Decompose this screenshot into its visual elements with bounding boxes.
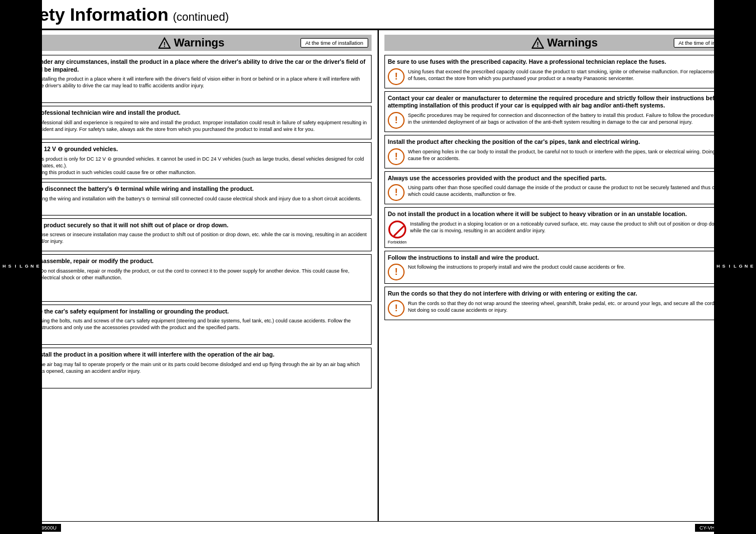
right-block-5-title: Do not install the product in a location… — [388, 210, 741, 218]
warning-triangle-icon-right: ! — [532, 37, 544, 49]
exclaim-icon-r1: ! — [388, 68, 405, 85]
side-tab-left-i: I — [13, 264, 18, 270]
exclaim-icon-r3: ! — [388, 148, 405, 165]
side-tab-right: E N G L I S H — [714, 0, 756, 534]
right-warning-block-3: Install the product after checking the p… — [384, 135, 745, 168]
warning-triangle-icon-left: ! — [158, 37, 171, 49]
page-subtitle: (continued) — [173, 11, 229, 24]
right-block-7-text: Run the cords so that they do not wrap a… — [408, 300, 741, 313]
right-block-3-text: When opening holes in the car body to in… — [408, 148, 741, 162]
right-warning-block-1: Be sure to use fuses with the prescribed… — [384, 55, 745, 88]
exclaim-icon-r7: ! — [388, 300, 405, 317]
right-section-header: ! Warnings At the time of installation — [384, 35, 745, 51]
right-block-3-title: Install the product after checking the p… — [388, 138, 741, 146]
side-tab-right-s: S — [721, 264, 726, 270]
warning-block-4: Be sure to disconnect the battery's ⊖ te… — [11, 182, 372, 216]
block-3-text: This product is only for DC 12 V ⊖ groun… — [35, 156, 368, 176]
left-section-title: Warnings — [174, 36, 224, 49]
block-5-text: Loose screws or insecure installation ma… — [35, 231, 368, 245]
side-tab-right-g: G — [738, 264, 743, 270]
right-block-1-title: Be sure to use fuses with the prescribed… — [388, 58, 741, 66]
right-warning-block-4: Always use the accessories provided with… — [384, 171, 745, 205]
warning-block-8: Do not install the product in a position… — [11, 348, 372, 388]
side-tab-left-n: N — [30, 264, 35, 270]
left-section-header: ! Warnings At the time of installation — [11, 35, 372, 51]
side-tab-left-text: E — [35, 264, 40, 270]
right-block-4-title: Always use the accessories provided with… — [388, 175, 741, 182]
right-block-2-text: Specific procedures may be required for … — [408, 112, 741, 125]
warning-block-2: Have a professional technician wire and … — [11, 106, 372, 139]
right-block-6-title: Follow the instructions to install and w… — [388, 254, 741, 262]
right-block-7-title: Run the cords so that they do not interf… — [388, 290, 741, 298]
right-panel: ! Warnings At the time of installation B… — [379, 30, 747, 521]
block-4-title: Be sure to disconnect the battery's ⊖ te… — [15, 185, 368, 193]
right-warning-block-6: Follow the instructions to install and w… — [384, 251, 745, 284]
side-tab-left-s: S — [7, 264, 12, 270]
exclaim-icon-r4: ! — [388, 184, 405, 201]
side-tab-right-h: H — [716, 264, 721, 270]
svg-text:!: ! — [537, 41, 539, 49]
block-1-text: Installing the product in a place where … — [37, 76, 368, 89]
block-5-title: Install the product securely so that it … — [15, 222, 368, 229]
exclaim-icon-r6: ! — [388, 264, 405, 280]
warning-block-1: Do not, under any circumstances, install… — [11, 55, 372, 103]
side-tab-right-l: L — [732, 264, 738, 270]
right-warning-block-2: Contact your car dealer or manufacturer … — [384, 91, 745, 132]
block-8-text: The air bag may fail to operate properly… — [37, 361, 368, 374]
warning-block-5: Install the product securely so that it … — [11, 218, 372, 252]
side-tab-left: E N G L I S H — [0, 0, 42, 534]
block-7-text: Using the bolts, nuts and screws of the … — [37, 317, 368, 331]
side-tab-left-g: G — [24, 264, 29, 270]
left-installation-badge: At the time of installation — [300, 38, 369, 48]
right-section-title: Warnings — [547, 36, 598, 49]
right-block-1-text: Using fuses that exceed the prescribed c… — [408, 68, 741, 82]
side-tab-left-l: L — [18, 264, 24, 270]
forbidden-label-r5: Forbidden — [388, 240, 407, 245]
block-6-text: Do not disassemble, repair or modify the… — [40, 268, 368, 281]
right-warning-block-5: Do not install the product in a location… — [384, 207, 745, 248]
block-8-title: Do not install the product in a position… — [15, 351, 368, 359]
svg-text:!: ! — [163, 41, 166, 49]
warning-block-3: Use in DC 12 V ⊖ grounded vehicles. ! Th… — [11, 142, 372, 179]
block-2-title: Have a professional technician wire and … — [15, 109, 368, 117]
block-2-text: Professional skill and experience is req… — [35, 119, 368, 133]
block-7-title: Never use the car's safety equipment for… — [15, 308, 368, 316]
side-tab-right-e: E — [749, 264, 754, 270]
right-block-6-text: Not following the instructions to proper… — [408, 264, 625, 270]
warning-block-6: Do not disassemble, repair or modify the… — [11, 254, 372, 301]
side-tab-right-n: N — [744, 264, 749, 270]
right-block-5-text: Installing the product in a sloping loca… — [410, 221, 741, 234]
exclaim-icon-r2: ! — [388, 112, 405, 129]
side-tab-left-h: H — [2, 264, 7, 270]
block-1-title: Do not, under any circumstances, install… — [15, 58, 368, 73]
page-header: Safety Information (continued) — [9, 0, 747, 30]
right-block-2-title: Contact your car dealer or manufacturer … — [388, 95, 741, 110]
right-warning-block-7: Run the cords so that they do not interf… — [384, 287, 745, 320]
block-4-text: Doing the wiring and installation with t… — [35, 195, 361, 202]
block-3-title: Use in DC 12 V ⊖ grounded vehicles. — [15, 146, 368, 153]
warning-block-7: Never use the car's safety equipment for… — [11, 305, 372, 345]
right-block-4-text: Using parts other than those specified c… — [408, 184, 741, 198]
page-footer: 4 CY-VHD9500U CY-VHD9500U 5 — [9, 521, 747, 534]
block-6-title: Do not disassemble, repair or modify the… — [15, 257, 368, 265]
forbidden-icon-r5 — [388, 221, 406, 238]
side-tab-right-i: I — [727, 264, 732, 270]
left-panel: ! Warnings At the time of installation D… — [9, 30, 378, 521]
